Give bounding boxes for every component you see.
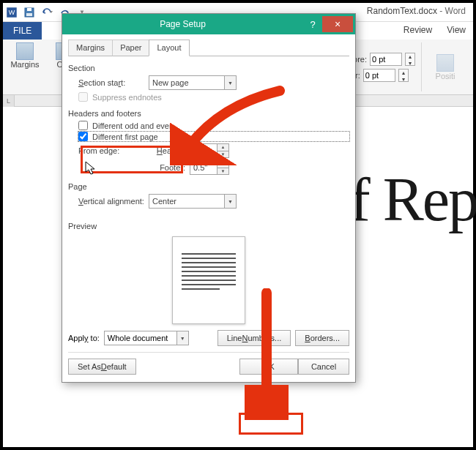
borders-button[interactable]: Borders... — [295, 330, 349, 346]
apply-to-select[interactable]: Whole document▼ — [104, 331, 189, 345]
spacing-after-input[interactable] — [363, 69, 395, 82]
section-start-select[interactable]: New page▼ — [149, 75, 237, 90]
different-odd-even-checkbox[interactable]: Different odd and even — [78, 121, 349, 130]
tab-paper[interactable]: Paper — [112, 40, 149, 56]
svg-rect-3 — [27, 8, 31, 11]
cancel-button[interactable]: Cancel — [298, 359, 349, 375]
section-start-label: Section start: — [68, 78, 149, 87]
dialog-titlebar[interactable]: Page Setup ? × — [62, 14, 355, 34]
chevron-down-icon: ▼ — [176, 331, 188, 345]
undo-icon[interactable] — [38, 4, 56, 20]
chevron-down-icon: ▼ — [224, 76, 236, 89]
line-numbers-button[interactable]: Line Numbers... — [217, 330, 291, 346]
svg-text:W: W — [9, 9, 15, 16]
footer-label: Footer: — [149, 163, 190, 172]
margins-button[interactable]: Margins — [7, 42, 42, 69]
footer-distance-input[interactable]: 0.5" ▲▼ — [190, 160, 229, 175]
cursor-icon — [85, 161, 97, 176]
svg-rect-4 — [26, 13, 32, 16]
spacing-before-input[interactable] — [370, 53, 402, 66]
ribbon-tab-review[interactable]: Review — [396, 22, 439, 40]
window-title: RandomText.docx - Word — [367, 6, 466, 16]
ruler-corner: L — [3, 95, 15, 107]
headers-footers-heading: Headers and footers — [68, 109, 349, 118]
ribbon-tab-view[interactable]: View — [439, 22, 473, 40]
stepper-icon[interactable]: ▲▼ — [217, 161, 228, 174]
save-icon[interactable] — [21, 4, 38, 20]
file-tab[interactable]: FILE — [3, 22, 42, 40]
page-setup-dialog: Page Setup ? × Margins Paper Layout Sect… — [62, 13, 356, 383]
set-as-default-button[interactable]: Set As Default — [68, 359, 136, 375]
vertical-alignment-select[interactable]: Center▼ — [149, 194, 237, 209]
close-icon[interactable]: × — [322, 16, 353, 32]
dialog-title: Page Setup — [62, 19, 303, 29]
preview-thumbnail — [172, 236, 245, 324]
page-heading: Page — [68, 182, 349, 191]
tab-margins[interactable]: Margins — [68, 40, 113, 56]
app-menu-icon[interactable]: W — [3, 4, 21, 20]
preview-heading: Preview — [68, 222, 349, 230]
tab-layout[interactable]: Layout — [149, 40, 189, 56]
document-text-fragment: f Rep — [350, 164, 476, 235]
suppress-endnotes-checkbox: Suppress endnotes — [78, 92, 349, 102]
header-distance-input[interactable]: 0.5" ▲▼ — [190, 143, 229, 158]
dialog-tabstrip: Margins Paper Layout — [68, 39, 349, 56]
apply-to-label: Apply to: — [68, 334, 100, 342]
stepper-icon[interactable]: ▴▾ — [405, 53, 415, 66]
position-button[interactable]: Positi — [428, 54, 463, 80]
stepper-icon[interactable]: ▲▼ — [217, 144, 228, 157]
margins-icon — [16, 42, 34, 60]
ok-button[interactable]: OK — [239, 359, 298, 375]
vertical-alignment-label: Vertical alignment: — [68, 197, 149, 206]
stepper-icon[interactable]: ▴▾ — [398, 69, 409, 82]
section-heading: Section — [68, 64, 349, 72]
position-icon — [436, 54, 454, 72]
help-icon[interactable]: ? — [303, 19, 322, 30]
chevron-down-icon: ▼ — [224, 195, 236, 208]
different-first-page-checkbox[interactable]: Different first page — [78, 132, 349, 141]
from-edge-label: From edge: — [68, 146, 149, 155]
header-label: Header: — [149, 146, 190, 155]
